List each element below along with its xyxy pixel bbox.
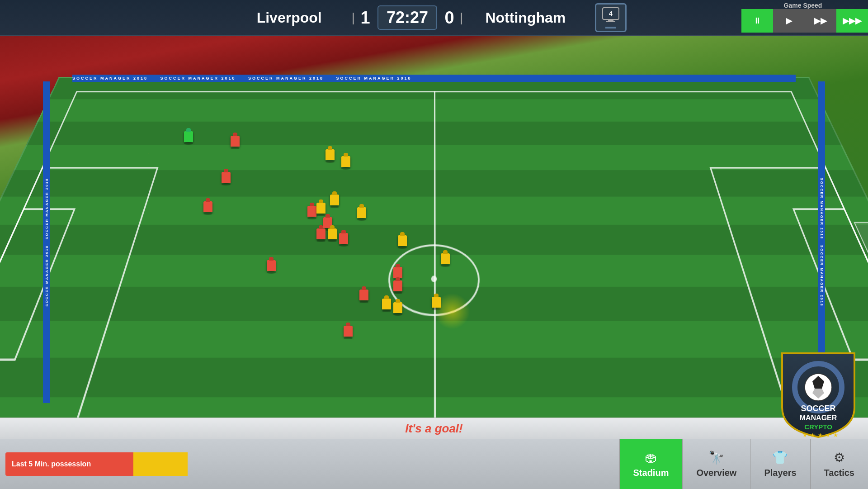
nav-buttons: 🏟 Stadium 🔭 Overview 👕 Players ⚙ Tactics [193,439,868,489]
pitch-container: SOCCER MANAGER 2018 SOCCER MANAGER 2018 … [0,36,868,439]
svg-text:4: 4 [609,10,613,17]
bottom-bar: Last 5 Min. possession 🏟 Stadium 🔭 Overv… [0,439,868,489]
svg-text:★: ★ [802,432,807,438]
goal-text: It's a goal! [405,422,463,436]
speed-controls: Game Speed ⏸ ▶ ▶▶ ▶▶▶ [741,0,868,36]
nav-players-button[interactable]: 👕 Players [750,439,810,489]
svg-rect-2 [606,21,615,22]
players-label: Players [764,468,796,478]
possession-yellow [133,452,188,476]
goal-message-bar: It's a goal! [0,418,868,439]
monitor-button[interactable]: 4 [595,3,627,32]
scoreboard: Liverpool | 1 72:27 0 | Nottingham 4 Gam… [0,0,868,36]
ad-board-top: SOCCER MANAGER 2018 SOCCER MANAGER 2018 … [72,75,796,82]
tactics-label: Tactics [824,468,854,478]
possession-red [97,452,133,476]
nav-tactics-button[interactable]: ⚙ Tactics [810,439,868,489]
pause-button[interactable]: ⏸ [741,9,773,33]
players-icon: 👕 [772,450,788,465]
pitch [0,77,868,439]
svg-text:★: ★ [818,432,823,438]
score-divider: | [352,10,355,25]
center-dot [431,275,437,282]
svg-text:SOCCER: SOCCER [801,404,835,413]
away-team-name: Nottingham [467,9,584,26]
ad-text-top: SOCCER MANAGER 2018 SOCCER MANAGER 2018 … [72,76,412,81]
score-divider2: | [460,10,463,25]
stadium-icon: 🏟 [645,450,657,465]
play1-button[interactable]: ▶ [773,9,805,33]
svg-text:★: ★ [810,432,815,438]
home-score: 1 [359,8,372,28]
stadium-label: Stadium [633,468,669,478]
nav-overview-button[interactable]: 🔭 Overview [682,439,750,489]
svg-text:MANAGER: MANAGER [800,414,837,422]
match-time: 72:27 [377,5,437,30]
ad-text-left: SOCCER MANAGER 2018 SOCCER MANAGER 2018 [45,178,49,306]
possession-bar [97,452,188,476]
monitor-icon: 4 [602,7,620,25]
possession-label: Last 5 Min. possession [5,452,97,476]
svg-rect-1 [608,19,613,21]
svg-text:★: ★ [833,432,838,438]
possession-section: Last 5 Min. possession [0,439,193,489]
play2-button[interactable]: ▶▶ [805,9,836,33]
speed-label: Game Speed [741,0,868,9]
speed-buttons: ⏸ ▶ ▶▶ ▶▶▶ [741,9,868,33]
ad-board-left: SOCCER MANAGER 2018 SOCCER MANAGER 2018 [43,81,50,403]
home-team-name: Liverpool [231,9,348,26]
svg-text:★: ★ [826,432,830,438]
soccer-manager-logo: SOCCER MANAGER CRYPTO ★ ★ ★ ★ ★ [778,349,859,439]
nav-stadium-button[interactable]: 🏟 Stadium [619,439,683,489]
overview-icon: 🔭 [708,450,724,465]
play3-button[interactable]: ▶▶▶ [836,9,868,33]
ad-text-right: SOCCER MANAGER 2018 SOCCER MANAGER 2018 [820,178,824,306]
overview-label: Overview [696,468,736,478]
svg-text:CRYPTO: CRYPTO [804,423,832,431]
away-score: 0 [443,8,456,28]
tactics-icon: ⚙ [834,450,845,465]
